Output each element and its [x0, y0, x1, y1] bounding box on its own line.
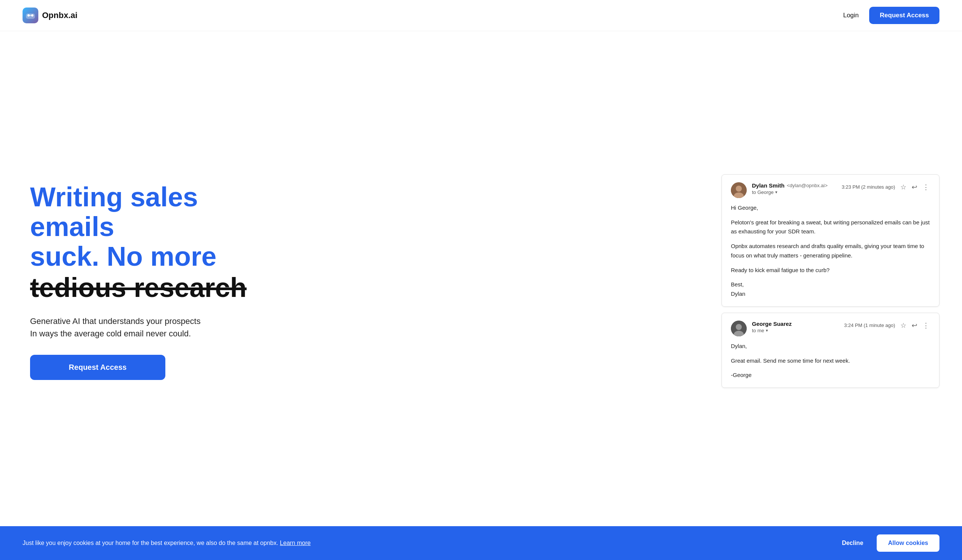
avatar-dylan — [731, 182, 747, 198]
email-1-body: Hi George, Peloton's great for breaking … — [731, 203, 930, 299]
email-2-actions: ☆ ↩ ⋮ — [900, 321, 930, 330]
email-1-reply-button[interactable]: ↩ — [911, 182, 918, 192]
email-2-to-line: to me ▾ — [752, 328, 792, 333]
logo-icon — [23, 8, 38, 23]
svg-rect-3 — [29, 15, 32, 16]
email-2-sender: George Suarez to me ▾ — [731, 321, 792, 336]
nav-actions: Login Request Access — [843, 7, 939, 24]
email-2-sender-info: George Suarez to me ▾ — [752, 321, 792, 333]
cookie-banner: Just like you enjoy cookies at your home… — [0, 526, 962, 531]
navbar: Opnbx.ai Login Request Access — [0, 0, 962, 31]
email-card-1-header: Dylan Smith <dylan@opnbx.ai> to George ▾… — [731, 182, 930, 198]
email-1-time: 3:23 PM (2 minutes ago) — [842, 184, 895, 190]
svg-rect-0 — [26, 13, 35, 19]
email-2-body: Dylan, Great email. Send me some time fo… — [731, 342, 930, 380]
hero-heading-strikethrough: tedious research — [30, 271, 286, 304]
email-2-time: 3:24 PM (1 minute ago) — [844, 323, 895, 328]
email-2-meta: 3:24 PM (1 minute ago) ☆ ↩ ⋮ — [844, 321, 930, 330]
svg-point-8 — [736, 324, 742, 330]
email-card-2: George Suarez to me ▾ 3:24 PM (1 minute … — [722, 313, 939, 388]
email-1-sender-email: <dylan@opnbx.ai> — [787, 182, 828, 188]
email-1-more-button[interactable]: ⋮ — [922, 182, 930, 192]
email-1-meta: 3:23 PM (2 minutes ago) ☆ ↩ ⋮ — [842, 182, 930, 192]
email-card-1: Dylan Smith <dylan@opnbx.ai> to George ▾… — [722, 174, 939, 307]
hero-request-access-button[interactable]: Request Access — [30, 355, 165, 380]
hero-section: Writing sales emails suck. No more tedio… — [30, 182, 286, 380]
email-1-sender-name: Dylan Smith — [752, 182, 784, 189]
hero-heading-line1: Writing sales emails suck. No more — [30, 182, 286, 272]
email-2-sender-name: George Suarez — [752, 321, 792, 327]
logo-text: Opnbx.ai — [42, 11, 77, 20]
email-card-2-header: George Suarez to me ▾ 3:24 PM (1 minute … — [731, 321, 930, 336]
email-2-more-button[interactable]: ⋮ — [922, 321, 930, 330]
email-cards-section: Dylan Smith <dylan@opnbx.ai> to George ▾… — [722, 174, 939, 388]
avatar-george — [731, 321, 747, 336]
email-2-reply-button[interactable]: ↩ — [911, 321, 918, 330]
email-2-star-button[interactable]: ☆ — [900, 321, 907, 330]
main-content: Writing sales emails suck. No more tedio… — [0, 31, 962, 531]
email-1-to-line: to George ▾ — [752, 189, 828, 195]
logo: Opnbx.ai — [23, 8, 77, 23]
email-1-star-button[interactable]: ☆ — [900, 182, 907, 192]
email-1-sender: Dylan Smith <dylan@opnbx.ai> to George ▾ — [731, 182, 828, 198]
svg-point-5 — [736, 186, 742, 192]
hero-heading: Writing sales emails suck. No more tedio… — [30, 182, 286, 304]
email-1-sender-info: Dylan Smith <dylan@opnbx.ai> to George ▾ — [752, 182, 828, 195]
login-link[interactable]: Login — [843, 12, 859, 19]
nav-request-access-button[interactable]: Request Access — [869, 7, 939, 24]
email-1-actions: ☆ ↩ ⋮ — [900, 182, 930, 192]
hero-subtext: Generative AI that understands your pros… — [30, 315, 286, 340]
